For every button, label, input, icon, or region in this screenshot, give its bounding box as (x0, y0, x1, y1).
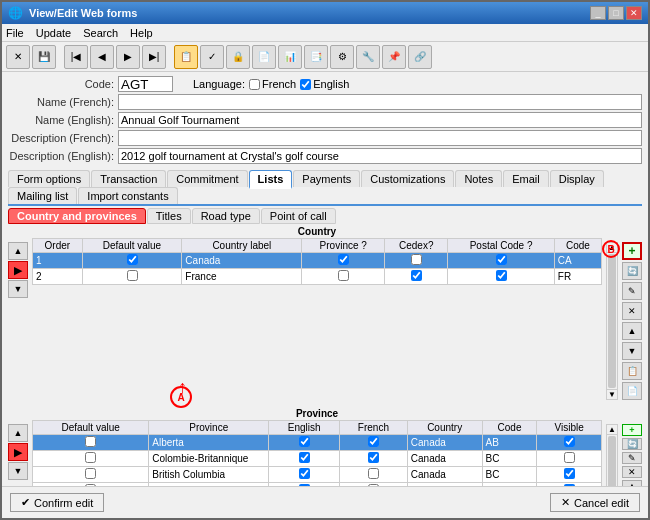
pscroll-up-arrow[interactable]: ▲ (607, 425, 617, 435)
country-row-1[interactable]: 1 Canada CA (33, 253, 602, 269)
tb-btn2[interactable]: ✓ (200, 45, 224, 69)
subtab-point-of-call[interactable]: Point of call (261, 208, 336, 224)
close-button[interactable]: ✕ (626, 6, 642, 20)
cell-cedex-1[interactable] (385, 253, 448, 269)
province-move-down[interactable]: ▼ (8, 462, 28, 480)
tab-lists[interactable]: Lists (249, 170, 293, 189)
tb-btn5[interactable]: 📊 (278, 45, 302, 69)
french-checkbox-label[interactable]: French (249, 78, 296, 90)
maximize-button[interactable]: □ (608, 6, 624, 20)
province-row-cb[interactable]: Colombie-Britannique Canada BC (33, 451, 602, 467)
tb-btn7[interactable]: ⚙ (330, 45, 354, 69)
tb-btn8[interactable]: 🔧 (356, 45, 380, 69)
french-label: French (262, 78, 296, 90)
country-add-button[interactable]: + (622, 242, 642, 260)
province-add-button[interactable]: + (622, 424, 642, 436)
country-down-button[interactable]: ▼ (622, 342, 642, 360)
cell-default-1[interactable] (82, 253, 182, 269)
tab-payments[interactable]: Payments (293, 170, 360, 187)
tb-first[interactable]: |◀ (64, 45, 88, 69)
scroll-thumb (608, 254, 616, 388)
tab-import-constants[interactable]: Import constants (78, 187, 177, 204)
province-delete-button[interactable]: ✕ (622, 466, 642, 478)
country-delete-button[interactable]: ✕ (622, 302, 642, 320)
tab-customizations[interactable]: Customizations (361, 170, 454, 187)
cancel-label: Cancel edit (574, 497, 629, 509)
tab-commitment[interactable]: Commitment (167, 170, 247, 187)
province-name-bc: British Columbia (149, 467, 269, 483)
country-paste-button[interactable]: 📄 (622, 382, 642, 400)
tab-email[interactable]: Email (503, 170, 549, 187)
minimize-button[interactable]: _ (590, 6, 606, 20)
country-scrollbar[interactable]: ▲ ▼ (606, 242, 618, 400)
province-move-up[interactable]: ▲ (8, 424, 28, 442)
tb-btn9[interactable]: 📌 (382, 45, 406, 69)
english-label: English (313, 78, 349, 90)
tab-transaction[interactable]: Transaction (91, 170, 166, 187)
tb-btn6[interactable]: 📑 (304, 45, 328, 69)
cell-province-1[interactable] (302, 253, 385, 269)
subtab-road-type[interactable]: Road type (192, 208, 260, 224)
cancel-icon: ✕ (561, 496, 570, 509)
menu-search[interactable]: Search (83, 27, 118, 39)
pcol-code: Code (482, 421, 537, 435)
cell-default-2[interactable] (82, 269, 182, 285)
cell-postal-1[interactable] (448, 253, 555, 269)
country-row-2[interactable]: 2 France FR (33, 269, 602, 285)
cancel-edit-button[interactable]: ✕ Cancel edit (550, 493, 640, 512)
country-refresh-button[interactable]: 🔄 (622, 262, 642, 280)
country-copy-button[interactable]: 📋 (622, 362, 642, 380)
scroll-down-arrow[interactable]: ▼ (607, 389, 617, 399)
country-pointer[interactable]: ▶ (8, 261, 28, 279)
tb-btn3[interactable]: 🔒 (226, 45, 250, 69)
desc-french-input[interactable] (118, 130, 642, 146)
province-code-alberta: AB (482, 435, 537, 451)
tb-next[interactable]: ▶ (116, 45, 140, 69)
french-checkbox[interactable] (249, 79, 260, 90)
country-edit-button[interactable]: ✎ (622, 282, 642, 300)
code-input[interactable] (118, 76, 173, 92)
country-move-down[interactable]: ▼ (8, 280, 28, 298)
desc-english-input[interactable] (118, 148, 642, 164)
tab-display[interactable]: Display (550, 170, 604, 187)
tb-btn4[interactable]: 📄 (252, 45, 276, 69)
tab-form-options[interactable]: Form options (8, 170, 90, 187)
menu-help[interactable]: Help (130, 27, 153, 39)
tab-mailing-list[interactable]: Mailing list (8, 187, 77, 204)
province-row-bc[interactable]: British Columbia Canada BC (33, 467, 602, 483)
col-postal: Postal Code ? (448, 239, 555, 253)
tab-notes[interactable]: Notes (455, 170, 502, 187)
tb-cancel[interactable]: ✕ (6, 45, 30, 69)
tb-btn10[interactable]: 🔗 (408, 45, 432, 69)
country-up-button[interactable]: ▲ (622, 322, 642, 340)
province-pointer[interactable]: ▶ (8, 443, 28, 461)
english-checkbox[interactable] (300, 79, 311, 90)
name-french-input[interactable] (118, 94, 642, 110)
name-english-row: Name (English): (8, 112, 642, 128)
cell-label-1: Canada (182, 253, 302, 269)
menu-file[interactable]: File (6, 27, 24, 39)
desc-french-label: Description (French): (8, 132, 118, 144)
name-english-input[interactable] (118, 112, 642, 128)
tb-save[interactable]: 💾 (32, 45, 56, 69)
bottom-bar: ✔ Confirm edit ✕ Cancel edit (2, 486, 648, 518)
pcol-visible: Visible (537, 421, 602, 435)
tb-last[interactable]: ▶| (142, 45, 166, 69)
cell-province-2[interactable] (302, 269, 385, 285)
tb-prev[interactable]: ◀ (90, 45, 114, 69)
province-row-alberta[interactable]: Alberta Canada AB (33, 435, 602, 451)
confirm-edit-button[interactable]: ✔ Confirm edit (10, 493, 104, 512)
province-refresh-button[interactable]: 🔄 (622, 438, 642, 450)
cell-cedex-2[interactable] (385, 269, 448, 285)
subtab-titles[interactable]: Titles (147, 208, 191, 224)
scroll-up-arrow[interactable]: ▲ (607, 243, 617, 253)
subtab-country-provinces[interactable]: Country and provinces (8, 208, 146, 224)
menu-update[interactable]: Update (36, 27, 71, 39)
menu-bar: File Update Search Help (2, 24, 648, 42)
tb-active1[interactable]: 📋 (174, 45, 198, 69)
province-edit-button[interactable]: ✎ (622, 452, 642, 464)
cell-postal-2[interactable] (448, 269, 555, 285)
province-code-cb: BC (482, 451, 537, 467)
country-move-up[interactable]: ▲ (8, 242, 28, 260)
english-checkbox-label[interactable]: English (300, 78, 349, 90)
